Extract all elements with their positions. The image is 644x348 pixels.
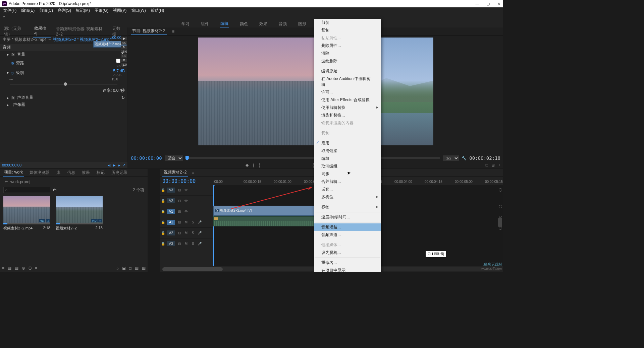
menu-帮助(H)[interactable]: 帮助(H)	[149, 7, 166, 14]
ec-fx-volume[interactable]: ▾ fx 音量 ↻	[0, 51, 127, 58]
ctx-item[interactable]: 启用	[314, 139, 381, 147]
ec-step-fwd-icon[interactable]: |▸	[117, 163, 120, 167]
ctx-item[interactable]: 波纹删除	[314, 57, 381, 65]
sync-icon[interactable]: ⊟	[177, 210, 182, 213]
workspace-组件[interactable]: 组件	[200, 20, 210, 27]
ctx-item[interactable]: 在 Adobe Audition 中编辑剪辑	[314, 75, 381, 88]
track-target[interactable]: A3	[167, 241, 175, 246]
menu-窗口(W)[interactable]: 窗口(W)	[129, 7, 148, 14]
lock-icon[interactable]: 🔒	[161, 188, 165, 192]
menu-标记(M)[interactable]: 标记(M)	[74, 7, 92, 14]
ctx-item[interactable]: 使用剪辑替换	[314, 104, 381, 112]
track-target[interactable]: V1	[167, 209, 175, 214]
workspace-学习[interactable]: 学习	[181, 20, 190, 27]
ec-gutter-item[interactable]: :00	[121, 41, 127, 45]
sync-icon[interactable]: ⊟	[177, 242, 182, 246]
project-footer-icon[interactable]: ≡	[2, 266, 4, 271]
ctx-item[interactable]: 多机位	[314, 193, 381, 201]
ec-panner[interactable]: ▸ 声像器	[0, 101, 127, 108]
program-tab[interactable]: 节目: 视频素材2~2	[131, 27, 167, 35]
audio-clip[interactable]	[213, 216, 331, 226]
workspace-效果[interactable]: 效果	[259, 20, 268, 27]
ctx-item[interactable]: 嵌套...	[314, 186, 381, 193]
project-footer-icon[interactable]: ⊙	[22, 266, 25, 271]
ctx-item[interactable]: 删除属性...	[314, 42, 381, 50]
close-icon[interactable]: ✕	[496, 1, 501, 6]
ctx-item[interactable]: 音频增益...	[314, 223, 381, 231]
project-footer-icon[interactable]: ▦	[8, 266, 11, 271]
sync-icon[interactable]: ⊟	[177, 188, 182, 192]
sync-icon[interactable]: ⊟	[177, 231, 182, 235]
project-footer-icon[interactable]: ▦	[15, 266, 18, 271]
visibility-icon[interactable]: 👁	[184, 199, 189, 203]
project-footer-icon[interactable]: O	[29, 266, 32, 271]
out-icon[interactable]: }	[259, 163, 260, 167]
ctx-item[interactable]: 渲染和替换...	[314, 112, 381, 119]
project-item[interactable]: HD≡视频素材2~22:18	[56, 196, 103, 231]
ctx-item[interactable]: 合并剪辑...	[314, 178, 381, 186]
ec-step-back-icon[interactable]: ◂|	[108, 163, 111, 167]
ctx-item[interactable]: 音频声道...	[314, 231, 381, 239]
sync-icon[interactable]: ⊟	[177, 199, 182, 203]
project-footer-icon[interactable]: ▣	[122, 266, 126, 271]
lock-icon[interactable]: 🔒	[161, 210, 165, 213]
visibility-icon[interactable]: 👁	[184, 210, 189, 213]
project-footer-icon[interactable]: ≡	[35, 266, 37, 271]
project-footer-icon[interactable]: ▦	[142, 266, 146, 271]
track-target[interactable]: A2	[167, 230, 175, 235]
menu-序列(S)[interactable]: 序列(S)	[56, 7, 73, 14]
workspace-图形[interactable]: 图形	[298, 20, 307, 27]
minimize-icon[interactable]: —	[475, 1, 480, 6]
timeline-tab[interactable]: 视频素材2~2	[162, 169, 188, 177]
workspace-编辑[interactable]: 编辑	[220, 20, 229, 28]
ec-tab[interactable]: 音频剪辑混合器: 视频素材2~2	[55, 25, 107, 37]
ime-badge[interactable]: CH ⌨ 简	[426, 251, 446, 257]
program-timecode[interactable]: 00:00:00:00	[131, 155, 162, 161]
voice-icon[interactable]: 🎤	[197, 231, 202, 235]
menu-编辑(E)[interactable]: 编辑(E)	[19, 7, 37, 14]
menu-视图(V)[interactable]: 视图(V)	[111, 7, 128, 14]
ctx-item[interactable]: 设为脱机...	[314, 249, 381, 257]
track-target[interactable]: V2	[167, 198, 175, 203]
lock-icon[interactable]: 🔒	[161, 199, 165, 203]
ctx-item[interactable]: 清除	[314, 50, 381, 57]
program-scrubber[interactable]	[185, 157, 440, 159]
ctx-item[interactable]: 许可...	[314, 88, 381, 96]
extract-icon[interactable]: ⊞	[491, 163, 495, 167]
timeline-timecode[interactable]: 00:00:00:00	[162, 178, 196, 184]
sync-icon[interactable]: ⊟	[177, 220, 182, 224]
visibility-icon[interactable]: 👁	[184, 188, 189, 192]
ctx-item[interactable]: 标签	[314, 203, 381, 211]
home-icon[interactable]: ⌂	[3, 14, 5, 19]
video-clip[interactable]: fx视频素材2~2.mp4 [V]	[213, 206, 331, 216]
ec-tab[interactable]: 效果控件	[33, 25, 51, 38]
ec-gutter-item[interactable]: 1.0	[121, 54, 127, 58]
level-slider[interactable]	[10, 84, 117, 84]
menu-图形(G)[interactable]: 图形(G)	[93, 7, 110, 14]
timeline-vertical-scrollbar[interactable]	[498, 185, 502, 266]
voice-icon[interactable]: 🎤	[197, 242, 202, 246]
lock-icon[interactable]: 🔒	[161, 220, 165, 224]
solo-toggle[interactable]: S	[191, 231, 195, 235]
maximize-icon[interactable]: ▢	[486, 1, 490, 6]
add-button-icon[interactable]: +	[498, 163, 500, 167]
gear-icon[interactable]: 🔧	[462, 156, 467, 160]
mute-toggle[interactable]: M	[184, 242, 189, 246]
ec-gutter-item[interactable]: -1.0	[121, 63, 127, 66]
ctx-item[interactable]: 编辑原始	[314, 67, 381, 75]
ctx-item[interactable]: 复制	[314, 26, 381, 34]
project-footer-icon[interactable]: ⌕	[116, 266, 119, 271]
marker-icon[interactable]: ◆	[246, 163, 249, 167]
ec-tab[interactable]: 源:（无剪辑）	[3, 25, 29, 38]
project-footer-icon[interactable]: ▦	[135, 266, 139, 271]
mute-toggle[interactable]: M	[184, 231, 189, 235]
menu-文件(F)[interactable]: 文件(F)	[1, 7, 18, 14]
ec-export-icon[interactable]: ↗	[122, 163, 125, 167]
project-tab[interactable]: 标记	[95, 169, 106, 176]
ec-gutter-item[interactable]: 15.0	[121, 50, 127, 53]
ctx-item[interactable]: 编组	[314, 155, 381, 162]
project-tab[interactable]: 效果	[80, 169, 91, 176]
zoom-select[interactable]: 适合	[165, 155, 183, 161]
menu-剪辑(C)[interactable]: 剪辑(C)	[37, 7, 55, 14]
ec-channel-volume[interactable]: ▸ fx 声道音量↻	[0, 94, 127, 101]
